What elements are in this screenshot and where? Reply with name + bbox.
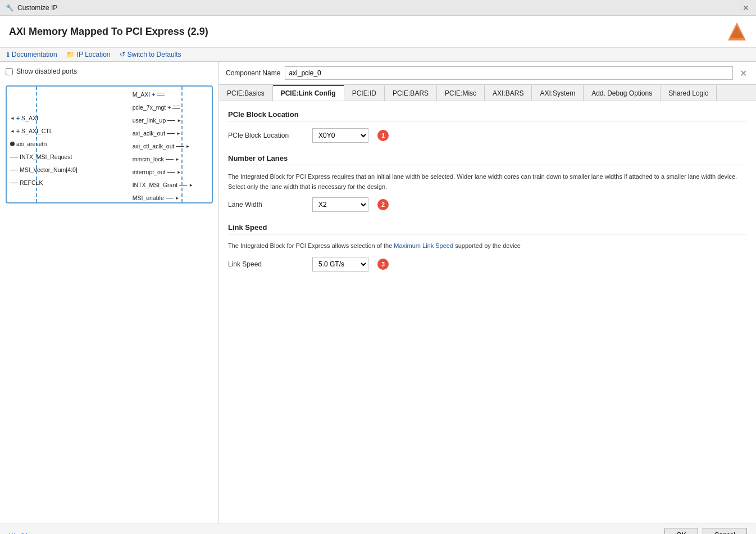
port-intx-msi-request: INTX_MSI_Request — [10, 153, 78, 160]
port-s-axi: ◄ + S_AXI — [10, 115, 78, 121]
number-of-lanes-description: The Integrated Block for PCI Express req… — [228, 172, 747, 192]
right-panel: Component Name ✕ PCIE:Basics PCIE:Link C… — [219, 62, 756, 523]
clear-component-name-button[interactable]: ✕ — [737, 68, 749, 79]
pcie-block-location-header: PCIe Block Location — [228, 110, 747, 121]
left-ports: ◄ + S_AXI ◄ + S_AXI_CTL axi_aresetn INTX… — [10, 115, 78, 186]
ok-button[interactable]: OK — [664, 528, 698, 534]
documentation-button[interactable]: ℹ Documentation — [7, 51, 57, 58]
switch-to-defaults-button[interactable]: ↺ Switch to Defaults — [120, 51, 181, 58]
port-pcie-7x-mgt: pcie_7x_mgt + — [133, 104, 208, 111]
close-button[interactable]: ✕ — [741, 3, 750, 12]
tab-pcie-basics[interactable]: PCIE:Basics — [219, 85, 273, 101]
lane-width-select[interactable]: X1 X2 X4 X8 — [312, 197, 368, 212]
badge-2: 2 — [377, 199, 389, 210]
right-ports: M_AXI + pcie_7x_mgt + user_link_up ► axi… — [133, 91, 208, 203]
tab-content: PCIe Block Location PCIe Block Location … — [219, 101, 756, 523]
pcie-block-location-section: PCIe Block Location PCIe Block Location … — [228, 110, 747, 143]
component-name-input[interactable] — [285, 66, 733, 80]
tab-axi-bars[interactable]: AXI:BARS — [485, 85, 532, 101]
tab-add-debug-options[interactable]: Add. Debug Options — [584, 85, 661, 101]
link-speed-field-row: Link Speed 2.5 GT/s 5.0 GT/s 3 — [228, 257, 747, 271]
tab-axi-system[interactable]: AXI:System — [532, 85, 584, 101]
port-user-link-up: user_link_up ► — [133, 117, 208, 124]
app-header: AXI Memory Mapped To PCI Express (2.9) — [0, 16, 756, 48]
app-title: AXI Memory Mapped To PCI Express (2.9) — [9, 26, 208, 38]
port-refclk: REFCLK — [10, 179, 78, 186]
pcie-block-location-field-row: PCIe Block Location X0Y0 X0Y1 X1Y0 1 — [228, 128, 747, 143]
link-speed-description: The Integrated Block for PCI Express all… — [228, 241, 747, 251]
main-area: Show disabled ports M_AXI + pcie_7x_mgt … — [0, 62, 756, 523]
title-bar-text: Customize IP — [17, 4, 57, 12]
switch-to-defaults-label: Switch to Defaults — [127, 51, 181, 58]
app-icon: 🔧 — [6, 4, 14, 12]
component-name-label: Component Name — [226, 69, 280, 77]
link-speed-highlight: Maximum Link Speed — [394, 242, 453, 249]
lane-width-field-row: Lane Width X1 X2 X4 X8 2 — [228, 197, 747, 212]
number-of-lanes-section: Number of Lanes The Integrated Block for… — [228, 154, 747, 212]
tab-pcie-id[interactable]: PCIE:ID — [344, 85, 385, 101]
port-mmcm-lock: mmcm_lock ► — [133, 156, 208, 162]
cancel-button[interactable]: Cancel — [703, 528, 747, 534]
port-axi-ctl-aclk-out: axi_ctl_aclk_out ► — [133, 143, 208, 150]
logo-icon — [727, 21, 747, 42]
tab-pcie-bars[interactable]: PCIE:BARS — [385, 85, 437, 101]
ip-location-button[interactable]: 📁 IP Location — [66, 51, 111, 58]
port-msi-enable: MSI_enable ► — [133, 194, 208, 201]
bottom-bar: http://blog.ex... OK Cancel — [0, 523, 756, 534]
tab-shared-logic[interactable]: Shared Logic — [661, 85, 717, 101]
link-speed-label: Link Speed — [228, 260, 307, 268]
pcie-block-location-select[interactable]: X0Y0 X0Y1 X1Y0 — [312, 128, 368, 143]
left-panel: Show disabled ports M_AXI + pcie_7x_mgt … — [0, 62, 219, 523]
refresh-icon: ↺ — [120, 51, 125, 58]
folder-icon: 📁 — [66, 51, 75, 58]
badge-1: 1 — [377, 130, 389, 141]
show-disabled-ports-checkbox[interactable] — [6, 68, 13, 75]
port-s-axi-ctl: ◄ + S_AXI_CTL — [10, 128, 78, 134]
link-speed-header: Link Speed — [228, 223, 747, 234]
ip-location-label: IP Location — [77, 51, 111, 58]
pcie-block-location-label: PCIe Block Location — [228, 132, 307, 139]
number-of-lanes-header: Number of Lanes — [228, 154, 747, 165]
port-axi-aclk-out: axi_aclk_out ► — [133, 130, 208, 137]
tab-pcie-link-config[interactable]: PCIE:Link Config — [273, 85, 344, 101]
show-disabled-ports-label: Show disabled ports — [16, 67, 77, 75]
info-icon: ℹ — [7, 51, 10, 58]
lane-width-label: Lane Width — [228, 201, 307, 209]
show-disabled-ports-row: Show disabled ports — [6, 67, 213, 75]
tab-pcie-misc[interactable]: PCIE:Misc — [437, 85, 485, 101]
badge-3: 3 — [377, 259, 389, 270]
link-speed-select[interactable]: 2.5 GT/s 5.0 GT/s — [312, 257, 368, 271]
tabs-row: PCIE:Basics PCIE:Link Config PCIE:ID PCI… — [219, 85, 756, 101]
port-m-axi: M_AXI + — [133, 91, 208, 98]
schematic-diagram: M_AXI + pcie_7x_mgt + user_link_up ► axi… — [6, 85, 213, 203]
link-speed-section: Link Speed The Integrated Block for PCI … — [228, 223, 747, 271]
port-interrupt-out: interrupt_out ► — [133, 169, 208, 175]
port-axi-aresetn: axi_aresetn — [10, 141, 78, 147]
watermark: http://blog.ex... — [9, 532, 660, 535]
title-bar: 🔧 Customize IP ✕ — [0, 0, 756, 16]
component-name-row: Component Name ✕ — [219, 62, 756, 85]
port-msi-vector-num: MSI_Vector_Num[4:0] — [10, 166, 78, 173]
toolbar: ℹ Documentation 📁 IP Location ↺ Switch t… — [0, 48, 756, 62]
documentation-label: Documentation — [12, 51, 57, 58]
port-intx-msi-grant: INTX_MSI_Grant ► — [133, 182, 208, 188]
